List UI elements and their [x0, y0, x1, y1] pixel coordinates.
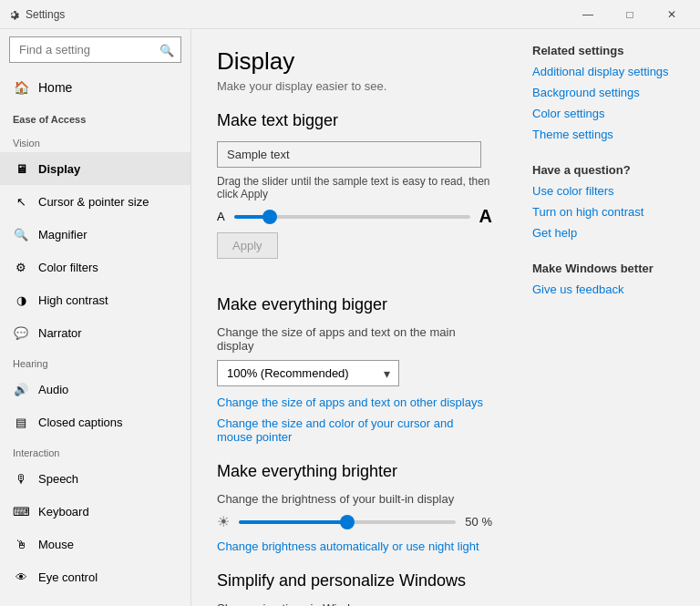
slider-thumb[interactable] — [262, 210, 277, 224]
right-divider-2 — [532, 247, 685, 262]
background-settings-link[interactable]: Background settings — [532, 86, 685, 99]
brightness-fill — [239, 520, 347, 524]
minimize-button[interactable]: — — [567, 0, 609, 29]
section-brighter-title: Make everything brighter — [217, 462, 492, 481]
sidebar-item-speech[interactable]: 🎙 Speech — [0, 462, 190, 495]
text-size-slider-row: A A — [217, 206, 492, 227]
sidebar-item-eyecontrol[interactable]: 👁 Eye control — [0, 560, 190, 593]
magnifier-icon: 🔍 — [13, 226, 29, 242]
text-size-slider[interactable] — [234, 215, 470, 219]
sidebar-item-audio[interactable]: 🔊 Audio — [0, 373, 190, 406]
brightness-thumb[interactable] — [340, 515, 355, 529]
sidebar-item-captions-label: Closed captions — [38, 416, 123, 429]
everything-bigger-desc: Change the size of apps and text on the … — [217, 325, 492, 353]
use-color-filters-link[interactable]: Use color filters — [532, 184, 685, 198]
display-icon: 🖥 — [13, 160, 29, 177]
search-icon: 🔍 — [160, 43, 174, 56]
sidebar-item-keyboard[interactable]: ⌨ Keyboard — [0, 495, 190, 528]
color-settings-link[interactable]: Color settings — [532, 107, 685, 120]
maximize-button[interactable]: □ — [609, 0, 651, 29]
have-question-title: Have a question? — [532, 163, 685, 177]
cursor-color-link[interactable]: Change the size and color of your cursor… — [217, 416, 492, 444]
sidebar-item-display-label: Display — [38, 162, 80, 176]
display-size-dropdown-wrapper: 100% (Recommended) 125% 150% 175% — [217, 360, 399, 386]
titlebar-title: Settings — [26, 8, 65, 21]
high-contrast-link[interactable]: Turn on high contrast — [532, 205, 685, 219]
sidebar-item-speech-label: Speech — [38, 472, 78, 486]
display-size-dropdown[interactable]: 100% (Recommended) 125% 150% 175% — [217, 360, 399, 386]
right-divider-1 — [532, 149, 685, 163]
sidebar: 🔍 🏠 Home Ease of Access Vision 🖥 Display… — [0, 29, 191, 606]
slider-instruction: Drag the slider until the sample text is… — [217, 175, 492, 200]
titlebar-left: Settings — [7, 8, 65, 21]
sidebar-item-mouse-label: Mouse — [38, 538, 74, 551]
cursor-icon: ↖ — [13, 193, 29, 210]
section-simplify-title: Simplify and personalize Windows — [217, 571, 492, 591]
sun-icon: ☀ — [217, 513, 230, 530]
sidebar-item-display[interactable]: 🖥 Display — [0, 152, 190, 185]
sidebar-category-interaction: Interaction — [0, 438, 190, 462]
highcontrast-icon: ◑ — [13, 292, 29, 308]
sidebar-item-home[interactable]: 🏠 Home — [0, 70, 190, 105]
get-help-link[interactable]: Get help — [532, 226, 685, 240]
search-input[interactable] — [9, 36, 181, 63]
content-area: Display Make your display easier to see.… — [191, 29, 700, 606]
sidebar-item-eyecontrol-label: Eye control — [38, 570, 98, 584]
sidebar-item-colorfilters-label: Color filters — [38, 261, 98, 274]
page-title: Display — [217, 47, 492, 76]
sidebar-item-mouse[interactable]: 🖱 Mouse — [0, 528, 190, 560]
sidebar-item-cursor[interactable]: ↖ Cursor & pointer size — [0, 185, 190, 218]
sidebar-home-label: Home — [38, 80, 72, 95]
sidebar-item-colorfilters[interactable]: ⚙ Color filters — [0, 251, 190, 283]
sidebar-item-magnifier-label: Magnifier — [38, 228, 87, 241]
additional-display-link[interactable]: Additional display settings — [532, 65, 685, 78]
sample-text-box: Sample text — [217, 141, 481, 168]
night-light-link[interactable]: Change brightness automatically or use n… — [217, 539, 492, 553]
sidebar-item-highcontrast-label: High contrast — [38, 293, 108, 307]
slider-small-a: A — [217, 210, 225, 223]
sidebar-item-audio-label: Audio — [38, 383, 68, 396]
audio-icon: 🔊 — [13, 381, 29, 397]
other-displays-link[interactable]: Change the size of apps and text on othe… — [217, 395, 492, 409]
sidebar-item-highcontrast[interactable]: ◑ High contrast — [0, 283, 190, 316]
right-panel: Related settings Additional display sett… — [518, 29, 700, 606]
give-feedback-link[interactable]: Give us feedback — [532, 282, 685, 296]
settings-icon — [7, 8, 20, 21]
close-button[interactable]: ✕ — [651, 0, 693, 29]
section-everything-bigger-title: Make everything bigger — [217, 295, 492, 314]
keyboard-icon: ⌨ — [13, 503, 29, 519]
sidebar-item-magnifier[interactable]: 🔍 Magnifier — [0, 218, 190, 251]
sidebar-item-keyboard-label: Keyboard — [38, 505, 89, 519]
captions-icon: ▤ — [13, 414, 29, 430]
slider-large-a: A — [479, 206, 492, 227]
titlebar-controls: — □ ✕ — [567, 0, 693, 29]
narrator-icon: 💬 — [13, 324, 29, 341]
eyecontrol-icon: 👁 — [13, 569, 29, 585]
animations-toggle-label: Show animations in Windows — [217, 601, 492, 606]
brightness-slider[interactable] — [239, 520, 456, 524]
home-icon: 🏠 — [13, 79, 29, 96]
brightness-pct-label: 50 % — [465, 515, 492, 529]
page-subtitle: Make your display easier to see. — [217, 79, 492, 93]
sidebar-item-cursor-label: Cursor & pointer size — [38, 195, 149, 209]
main-content: Display Make your display easier to see.… — [191, 29, 518, 606]
sidebar-item-captions[interactable]: ▤ Closed captions — [0, 406, 190, 438]
theme-settings-link[interactable]: Theme settings — [532, 128, 685, 141]
brightness-slider-row: ☀ 50 % — [217, 513, 492, 530]
apply-button[interactable]: Apply — [217, 232, 278, 259]
sidebar-category-hearing: Hearing — [0, 349, 190, 373]
app-body: 🔍 🏠 Home Ease of Access Vision 🖥 Display… — [0, 29, 700, 606]
make-better-title: Make Windows better — [532, 262, 685, 275]
section-text-bigger-title: Make text bigger — [217, 111, 492, 130]
related-settings-title: Related settings — [532, 44, 685, 57]
sidebar-section-title: Ease of Access — [0, 105, 190, 128]
sidebar-item-narrator-label: Narrator — [38, 326, 82, 340]
colorfilters-icon: ⚙ — [13, 259, 29, 275]
sidebar-search-container: 🔍 — [9, 36, 181, 63]
speech-icon: 🎙 — [13, 470, 29, 487]
mouse-icon: 🖱 — [13, 536, 29, 552]
sidebar-item-narrator[interactable]: 💬 Narrator — [0, 316, 190, 349]
titlebar: Settings — □ ✕ — [0, 0, 700, 29]
brighter-desc: Change the brightness of your built-in d… — [217, 492, 492, 506]
sidebar-category-vision: Vision — [0, 128, 190, 152]
